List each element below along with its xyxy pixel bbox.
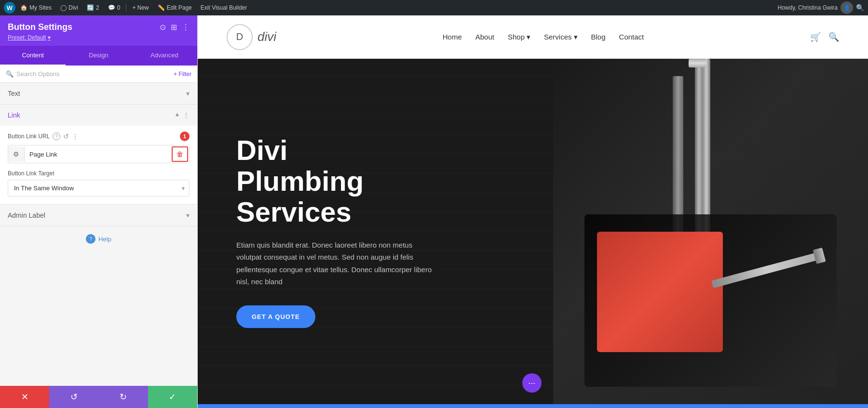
nav-about[interactable]: About (475, 33, 494, 41)
hero-left: DiviPlumbingServices Etiam quis blandit … (198, 59, 553, 404)
save-icon: ✓ (169, 392, 176, 402)
nav-search-icon[interactable]: 🔍 (828, 32, 839, 42)
admin-bar-my-sites[interactable]: 🏠 My Sites (16, 0, 55, 15)
more-icon[interactable]: ⋮ (182, 23, 190, 32)
nav-home[interactable]: Home (443, 33, 462, 41)
link-section-header[interactable]: Link ▾ ⋮ (0, 105, 197, 126)
link-header-right: ▾ ⋮ (176, 111, 190, 119)
site-logo: D divi (227, 24, 276, 50)
panel-preset: Preset: Default ▾ (8, 34, 190, 41)
wrench-head (813, 248, 826, 264)
hero-section: DiviPlumbingServices Etiam quis blandit … (198, 59, 868, 404)
text-section-header[interactable]: Text ▾ (0, 83, 197, 104)
help-label[interactable]: Help (98, 236, 111, 243)
button-link-url-help-icon[interactable]: ? (53, 132, 60, 140)
shop-dropdown-icon: ▾ (527, 33, 530, 41)
link-chevron-icon: ▾ (176, 111, 179, 119)
right-panel: D divi Home About Shop ▾ Services ▾ (198, 15, 868, 408)
admin-bar-divider (126, 4, 126, 12)
link-section: Link ▾ ⋮ Button Link URL ? ↺ ⋮ 1 (0, 105, 197, 205)
text-section-title: Text (8, 90, 20, 97)
save-button[interactable]: ✓ (148, 386, 197, 408)
main-layout: Button Settings ⊙ ⊞ ⋮ Preset: Default ▾ … (0, 15, 868, 408)
preset-dropdown-icon[interactable]: ▾ (48, 34, 51, 41)
nav-contact[interactable]: Contact (619, 33, 644, 41)
pipe-cap (689, 59, 706, 67)
search-input-wrap: 🔍 Search Options (6, 70, 60, 78)
wrench (711, 251, 823, 288)
admin-bar-comments[interactable]: 💬 0 (104, 0, 124, 15)
hero-cta-button[interactable]: GET A QUOTE (236, 305, 315, 328)
button-link-target-select[interactable]: In The Same Window In A New Window (8, 180, 190, 197)
site-nav: Home About Shop ▾ Services ▾ Blog Contac (443, 33, 644, 41)
panel-title: Button Settings (8, 22, 72, 32)
link-section-title: Link (8, 111, 20, 119)
button-link-url-more-icon[interactable]: ⋮ (72, 132, 79, 140)
cancel-icon: ✕ (21, 392, 28, 402)
layout-icon[interactable]: ⊞ (171, 23, 177, 32)
button-link-url-label-row: Button Link URL ? ↺ ⋮ 1 (8, 132, 190, 141)
admin-label-title: Admin Label (8, 211, 45, 219)
admin-label-section: Admin Label ▾ (0, 205, 197, 226)
button-link-target-label: Button Link Target (8, 170, 190, 177)
screenshot-icon[interactable]: ⊙ (160, 23, 166, 32)
tab-advanced[interactable]: Advanced (132, 46, 197, 66)
admin-bar-right: Howdy, Christina Gwira 👤 🔍 (778, 1, 864, 14)
link-section-body: Button Link URL ? ↺ ⋮ 1 ⚙ Page Link 🗑 Bu… (0, 126, 197, 204)
wordpress-icon[interactable]: W (4, 2, 15, 13)
search-placeholder[interactable]: Search Options (16, 70, 60, 78)
nav-icons: 🛒 🔍 (810, 32, 839, 42)
search-icon[interactable]: 🔍 (856, 4, 864, 12)
cart-icon[interactable]: 🛒 (810, 32, 821, 42)
search-icon: 🔍 (6, 70, 14, 78)
nav-blog[interactable]: Blog (591, 33, 606, 41)
url-input[interactable]: Page Link (25, 147, 171, 162)
nav-services[interactable]: Services ▾ (544, 33, 578, 41)
floating-dots-button[interactable]: ··· (522, 373, 542, 393)
text-section: Text ▾ (0, 83, 197, 105)
search-bar: 🔍 Search Options + Filter (0, 66, 197, 83)
left-panel: Button Settings ⊙ ⊞ ⋮ Preset: Default ▾ … (0, 15, 198, 408)
filter-button[interactable]: + Filter (174, 71, 191, 78)
nav-shop[interactable]: Shop ▾ (508, 33, 530, 41)
url-delete-icon[interactable]: 🗑 (172, 146, 188, 162)
edit-icon: ✏️ (158, 4, 165, 11)
logo-circle: D (227, 24, 253, 50)
button-link-url-reset-icon[interactable]: ↺ (63, 132, 69, 140)
admin-bar-edit-page[interactable]: ✏️ Edit Page (154, 0, 196, 15)
hero-title: DiviPlumbingServices (236, 135, 524, 227)
admin-bar-new[interactable]: + New (128, 0, 152, 15)
redo-button[interactable]: ↻ (99, 386, 148, 408)
admin-bar-revisions[interactable]: 🔄 2 (83, 0, 103, 15)
undo-button[interactable]: ↺ (49, 386, 98, 408)
dots-icon: ··· (528, 378, 535, 388)
avatar[interactable]: 👤 (841, 1, 853, 14)
button-link-target-select-wrap: In The Same Window In A New Window ▾ (8, 180, 190, 197)
text-chevron-icon: ▾ (186, 90, 190, 97)
url-gear-icon[interactable]: ⚙ (8, 146, 25, 162)
tab-design[interactable]: Design (66, 46, 131, 66)
home-icon: 🏠 (20, 4, 27, 11)
bottom-blue-bar (198, 404, 868, 408)
hand-area (584, 214, 837, 387)
button-link-url-badge: 1 (180, 132, 190, 141)
refresh-icon: 🔄 (87, 4, 94, 11)
admin-label-section-header[interactable]: Admin Label ▾ (0, 205, 197, 226)
admin-bar: W 🏠 My Sites ◯ Divi 🔄 2 💬 0 + New ✏️ Edi… (0, 0, 868, 15)
panel-tabs: Content Design Advanced (0, 46, 197, 66)
admin-bar-divi[interactable]: ◯ Divi (56, 0, 82, 15)
cancel-button[interactable]: ✕ (0, 386, 49, 408)
admin-bar-left: W 🏠 My Sites ◯ Divi 🔄 2 💬 0 + New ✏️ Edi… (4, 0, 776, 15)
site-header: D divi Home About Shop ▾ Services ▾ (198, 15, 868, 59)
comment-icon: 💬 (108, 4, 115, 11)
panel-header-icons: ⊙ ⊞ ⋮ (160, 23, 190, 32)
bottom-action-bar: ✕ ↺ ↻ ✓ (0, 386, 197, 408)
admin-label-chevron-icon: ▾ (186, 211, 190, 219)
admin-bar-exit-builder[interactable]: Exit Visual Builder (197, 0, 251, 15)
glove (597, 232, 723, 353)
link-more-icon[interactable]: ⋮ (183, 111, 190, 119)
button-link-target-group: Button Link Target In The Same Window In… (8, 170, 190, 197)
tab-content[interactable]: Content (0, 46, 66, 66)
hero-description: Etiam quis blandit erat. Donec laoreet l… (236, 239, 439, 288)
help-icon[interactable]: ? (86, 234, 95, 244)
